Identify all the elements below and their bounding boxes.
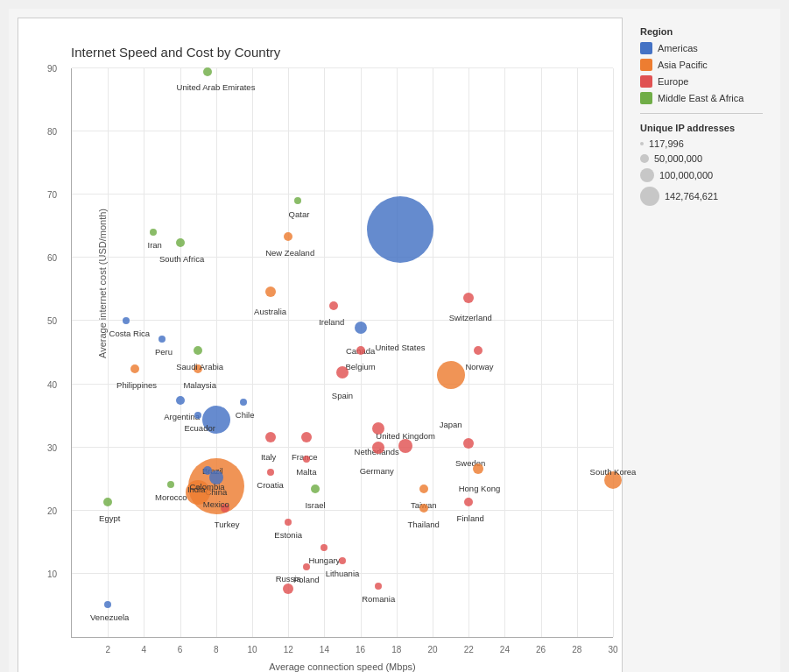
chart-title: Internet Speed and Cost by Country: [71, 45, 613, 60]
bubble-italy: [265, 432, 276, 442]
bubble-label-romania: Romania: [362, 594, 395, 604]
bubble-label-ireland: Ireland: [319, 317, 344, 327]
legend-divider: [640, 113, 763, 114]
bubble-label-malta: Malta: [296, 467, 316, 477]
gridline-y: [72, 67, 613, 68]
bubble-norway: [474, 346, 483, 355]
tick-y-label: 40: [47, 379, 57, 389]
bubble-netherlands: [372, 422, 384, 435]
bubble-label-qatar: Qatar: [289, 209, 310, 219]
bubble-label-malaysia: Malaysia: [183, 380, 216, 390]
bubble-label-south-africa: South Africa: [159, 254, 204, 264]
tick-y-label: 20: [47, 506, 57, 515]
legend-region-item: Asia Pacific: [640, 59, 763, 71]
legend-color: [640, 75, 652, 88]
bubble-argentina: [176, 396, 185, 405]
gridline-x: [577, 68, 578, 637]
bubble-belgium: [356, 346, 365, 355]
bubble-switzerland: [463, 293, 474, 303]
tick-x-label: 6: [178, 645, 183, 654]
bubble-saudi-arabia: [194, 346, 202, 355]
tick-y-label: 10: [47, 569, 57, 578]
gridline-y: [72, 194, 613, 195]
bubble-label-peru: Peru: [155, 347, 173, 357]
bubble-lithuania: [339, 557, 346, 564]
tick-x-label: 10: [247, 645, 257, 654]
bubble-new-zealand: [284, 232, 292, 241]
gridline-y: [72, 510, 613, 511]
bubble-croatia: [267, 469, 274, 476]
bubble-hong-kong: [473, 463, 483, 474]
gridline-y: [72, 573, 613, 574]
bubble-label-israel: Israel: [305, 500, 325, 510]
bubble-label-thailand: Thailand: [407, 520, 439, 529]
legend-ip-bubble: [640, 187, 659, 206]
bubble-label-egypt: Egypt: [99, 513, 120, 523]
bubble-turkey: [221, 504, 229, 513]
y-axis-label: Average internet cost (USD/month): [97, 209, 108, 358]
gridline-x: [288, 68, 289, 637]
tick-x-label: 22: [464, 645, 474, 654]
bubble-label-croatia: Croatia: [257, 480, 284, 490]
gridline-x: [144, 68, 144, 637]
bubble-label-australia: Australia: [254, 307, 286, 316]
legend-color: [640, 59, 652, 71]
bubble-label-philippines: Philippines: [116, 380, 157, 390]
bubble-label-italy: Italy: [261, 452, 276, 462]
legend-ip-bubble: [640, 154, 649, 163]
legend-region-label: Europe: [658, 76, 688, 87]
gridline-x: [613, 68, 614, 637]
gridline-x: [541, 68, 542, 637]
bubble-malaysia: [194, 364, 202, 373]
bubble-label-venezuela: Venezuela: [90, 612, 129, 622]
legend-ip-label: 117,996: [649, 138, 684, 149]
bubble-south-korea: [604, 471, 622, 489]
bubble-venezuela: [104, 601, 111, 608]
bubble-costa-rica: [123, 317, 130, 324]
bubble-mexico: [209, 470, 223, 485]
bubble-france: [301, 432, 312, 442]
main-container: Internet Speed and Cost by Country Avera…: [9, 9, 780, 672]
bubble-canada: [355, 322, 367, 334]
bubble-label-iran: Iran: [148, 240, 162, 250]
tick-y-label: 70: [47, 190, 57, 200]
tick-x-label: 26: [536, 645, 546, 654]
gridline-y: [72, 257, 613, 258]
legend-region-item: Middle East & Africa: [640, 92, 763, 104]
bubble-taiwan: [419, 485, 428, 493]
legend-region-label: Americas: [658, 43, 698, 53]
gridline-y: [72, 131, 613, 131]
legend-ip-item: 142,764,621: [640, 187, 763, 206]
tick-x-label: 18: [391, 645, 401, 654]
bubble-label-turkey: Turkey: [215, 520, 240, 529]
bubble-poland: [303, 563, 310, 570]
tick-x-label: 30: [608, 645, 617, 654]
bubble-label-poland: Poland: [293, 575, 320, 584]
tick-x-label: 2: [105, 645, 110, 654]
gridline-x: [324, 68, 325, 637]
bubble-peru: [159, 336, 166, 343]
gridline-x: [468, 68, 469, 637]
gridline-x: [108, 68, 109, 637]
gridline-x: [252, 68, 253, 637]
bubble-egypt: [103, 498, 112, 506]
bubble-ireland: [329, 301, 338, 310]
tick-x-label: 14: [320, 645, 329, 654]
bubble-qatar: [294, 197, 301, 204]
region-legend-title: Region: [640, 26, 763, 37]
bubble-russia: [283, 584, 293, 594]
legend-ip-label: 50,000,000: [654, 153, 702, 164]
bubble-label-united-states: United States: [375, 343, 425, 352]
bubble-united-arab-emirates: [203, 67, 212, 76]
legend-ip-label: 100,000,000: [659, 170, 713, 180]
tick-x-label: 4: [142, 645, 147, 654]
gridline-y: [72, 447, 613, 448]
tick-y-label: 60: [47, 253, 57, 263]
bubble-united-kingdom: [398, 439, 412, 453]
legend-region-item: Americas: [640, 42, 763, 54]
gridline-x: [180, 68, 181, 637]
gridline-x: [504, 68, 505, 637]
legend-color: [640, 92, 652, 104]
bubble-label-norway: Norway: [465, 362, 493, 371]
bubble-philippines: [130, 364, 139, 373]
